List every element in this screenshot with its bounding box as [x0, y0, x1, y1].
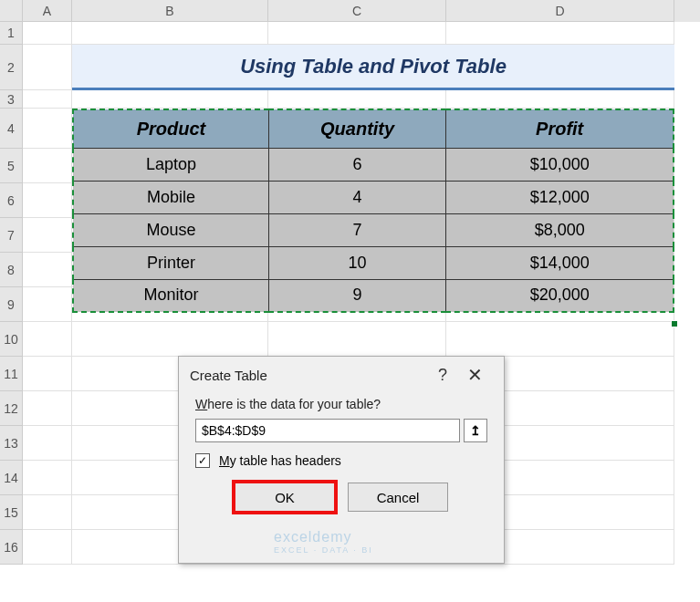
cell-quantity[interactable]: 10: [268, 246, 445, 279]
help-button[interactable]: ?: [429, 366, 456, 385]
dialog-titlebar[interactable]: Create Table ? ✕: [179, 357, 504, 393]
dialog-title: Create Table: [190, 368, 429, 383]
cell-product[interactable]: Laptop: [73, 148, 268, 181]
cell-quantity[interactable]: 4: [268, 181, 445, 213]
selection-handle-icon[interactable]: [671, 320, 678, 327]
cell-product[interactable]: Mobile: [73, 181, 268, 213]
row-header-12[interactable]: 12: [0, 391, 23, 426]
range-input[interactable]: [195, 419, 460, 442]
col-header-D[interactable]: D: [446, 0, 674, 22]
row-header-3[interactable]: 3: [0, 90, 23, 109]
headers-checkbox-label[interactable]: My table has headers: [219, 453, 341, 468]
range-picker-icon: ↥: [470, 423, 481, 438]
cell-product[interactable]: Monitor: [73, 279, 268, 312]
table-header-row: Product Quantity Profit: [73, 109, 674, 148]
row-header-4[interactable]: 4: [0, 109, 23, 149]
cancel-button[interactable]: Cancel: [348, 483, 448, 512]
cell-quantity[interactable]: 7: [268, 213, 445, 246]
close-button[interactable]: ✕: [456, 364, 493, 386]
cell-profit[interactable]: $14,000: [446, 246, 674, 279]
sheet-title: Using Table and Pivot Table: [240, 55, 507, 78]
row-header-14[interactable]: 14: [0, 461, 23, 495]
row-header-9[interactable]: 9: [0, 287, 23, 322]
row-header-2[interactable]: 2: [0, 45, 23, 90]
row-header-15[interactable]: 15: [0, 495, 23, 530]
column-header-row: A B C D: [0, 0, 700, 22]
cell-profit[interactable]: $12,000: [446, 181, 674, 213]
collapse-range-button[interactable]: ↥: [464, 419, 487, 442]
data-table-selection[interactable]: Product Quantity Profit Laptop 6 $10,000…: [72, 109, 674, 313]
cell-quantity[interactable]: 6: [268, 148, 445, 181]
row-header-5[interactable]: 5: [0, 149, 23, 183]
row-header-7[interactable]: 7: [0, 218, 23, 253]
sheet-title-cell[interactable]: Using Table and Pivot Table: [72, 45, 674, 90]
header-quantity[interactable]: Quantity: [268, 109, 445, 148]
row-header-6[interactable]: 6: [0, 183, 23, 218]
col-header-B[interactable]: B: [72, 0, 268, 22]
cell-profit[interactable]: $20,000: [446, 279, 674, 312]
cell-product[interactable]: Printer: [73, 246, 268, 279]
row-header-8[interactable]: 8: [0, 253, 23, 287]
row-header-10[interactable]: 10: [0, 322, 23, 357]
table-row: Monitor 9 $20,000: [73, 279, 674, 312]
table-row: Mouse 7 $8,000: [73, 213, 674, 246]
col-header-A[interactable]: A: [23, 0, 72, 22]
checkmark-icon: ✓: [198, 454, 207, 467]
table-row: Mobile 4 $12,000: [73, 181, 674, 213]
cell-product[interactable]: Mouse: [73, 213, 268, 246]
row-header-13[interactable]: 13: [0, 426, 23, 461]
row-header-col: 1 2 3 4 5 6 7 8 9 10 11 12 13 14 15 16: [0, 22, 23, 565]
row-header-1[interactable]: 1: [0, 22, 23, 45]
create-table-dialog: Create Table ? ✕ Where is the data for y…: [178, 356, 505, 564]
select-all-corner[interactable]: [0, 0, 23, 22]
table-row: Laptop 6 $10,000: [73, 148, 674, 181]
table-row: Printer 10 $14,000: [73, 246, 674, 279]
header-product[interactable]: Product: [73, 109, 268, 148]
ok-button[interactable]: OK: [235, 483, 335, 512]
row-header-11[interactable]: 11: [0, 357, 23, 391]
cell-quantity[interactable]: 9: [268, 279, 445, 312]
cell-profit[interactable]: $8,000: [446, 213, 674, 246]
dialog-prompt: Where is the data for your table?: [195, 397, 487, 411]
header-profit[interactable]: Profit: [446, 109, 674, 148]
cell-profit[interactable]: $10,000: [446, 148, 674, 181]
col-header-C[interactable]: C: [268, 0, 446, 22]
headers-checkbox[interactable]: ✓: [195, 453, 210, 468]
row-header-16[interactable]: 16: [0, 530, 23, 565]
